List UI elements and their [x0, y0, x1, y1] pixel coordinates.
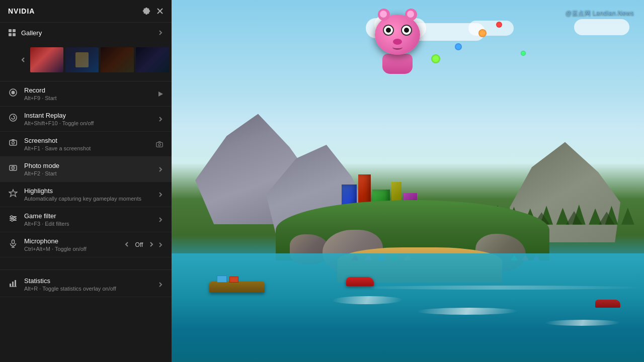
microphone-shortcut: Ctrl+Alt+M · Toggle on/off: [24, 246, 87, 252]
svg-marker-51: [589, 208, 602, 224]
sky-item-5: [521, 51, 526, 56]
water-highlight: [351, 286, 644, 290]
bear-nose: [393, 39, 402, 45]
gallery-label: Gallery: [21, 29, 42, 37]
menu-item-statistics[interactable]: Statistics Alt+R · Toggle statistics ove…: [0, 272, 172, 297]
svg-rect-13: [12, 139, 15, 141]
screenshot-icon: [8, 138, 18, 148]
microphone-increase-button[interactable]: [149, 241, 153, 248]
settings-icon[interactable]: [142, 7, 150, 15]
gallery-header[interactable]: Gallery: [0, 23, 172, 43]
menu-item-screenshot[interactable]: Screenshot Alt+F1 · Save a screenshot: [0, 132, 172, 157]
instant-replay-shortcut: Alt+Shift+F10 · Toggle on/off: [24, 120, 94, 126]
statistics-text: Statistics Alt+R · Toggle statistics ove…: [24, 277, 116, 292]
gallery-header-left: Gallery: [8, 29, 42, 37]
game-filter-shortcut: Alt+F3 · Edit filters: [24, 221, 69, 227]
record-text: Record Alt+F9 · Start: [24, 86, 57, 101]
svg-marker-10: [13, 116, 15, 117]
svg-point-18: [13, 167, 14, 168]
svg-rect-30: [12, 282, 14, 287]
photo-mode-name: Photo mode: [24, 162, 59, 169]
photo-mode-shortcut: Alt+F2 · Start: [24, 170, 59, 176]
highlights-left: Highlights Automatically capturing key g…: [8, 187, 141, 202]
bear-character: [370, 15, 425, 75]
svg-rect-3: [13, 29, 16, 32]
bear-head: [375, 15, 420, 55]
statistics-shortcut: Alt+R · Toggle statistics overlay on/off: [24, 286, 116, 292]
photo-mode-icon: [8, 163, 18, 173]
game-filter-left: Game filter Alt+F3 · Edit filters: [8, 212, 69, 227]
bear-ear-left: [378, 9, 390, 21]
statistics-chevron-icon: [157, 282, 164, 288]
photo-mode-left: Photo mode Alt+F2 · Start: [8, 162, 59, 176]
game-filter-chevron-icon: [157, 217, 164, 223]
svg-rect-5: [13, 33, 16, 36]
instant-replay-icon: [8, 113, 18, 123]
game-filter-icon: [8, 213, 18, 223]
bear-eye-left: [383, 25, 394, 36]
svg-point-7: [12, 91, 15, 95]
speedboat-1: [346, 277, 374, 286]
menu-item-record[interactable]: Record Alt+F9 · Start: [0, 81, 172, 107]
instant-replay-right: [157, 116, 164, 122]
thumbnail-1[interactable]: [30, 47, 63, 72]
gallery-thumbnails: [0, 43, 172, 81]
record-left: Record Alt+F9 · Start: [8, 86, 57, 101]
watermark: @蓝点网 Landian.News: [566, 9, 634, 18]
svg-point-23: [11, 216, 13, 218]
microphone-icon: [8, 238, 18, 248]
statistics-left: Statistics Alt+R · Toggle statistics ove…: [8, 277, 116, 292]
svg-marker-19: [9, 190, 17, 197]
microphone-decrease-button[interactable]: [125, 241, 129, 248]
gallery-section: Gallery: [0, 23, 172, 81]
svg-marker-49: [556, 208, 569, 225]
record-name: Record: [24, 86, 57, 94]
svg-marker-8: [158, 92, 163, 97]
menu-item-photo-mode[interactable]: Photo mode Alt+F2 · Start: [0, 157, 172, 182]
statistics-icon: [8, 278, 18, 288]
thumbnail-4[interactable]: [136, 47, 169, 72]
instant-replay-name: Instant Replay: [24, 112, 94, 119]
jetski: [595, 300, 620, 308]
bear-eye-right: [401, 25, 412, 36]
menu-item-instant-replay[interactable]: Instant Replay Alt+Shift+F10 · Toggle on…: [0, 107, 172, 132]
thumbnail-3[interactable]: [101, 47, 134, 72]
sidebar: NVIDIA: [0, 0, 172, 362]
record-right: [157, 91, 164, 97]
record-icon: [8, 87, 18, 98]
microphone-chevron-icon: [157, 242, 164, 248]
svg-point-12: [12, 142, 15, 144]
statistics-right: [157, 282, 164, 288]
close-icon[interactable]: [156, 8, 164, 15]
svg-rect-2: [9, 29, 12, 32]
cloud-5: [574, 19, 629, 35]
screenshot-left: Screenshot Alt+F1 · Save a screenshot: [8, 137, 91, 151]
instant-replay-left: Instant Replay Alt+Shift+F10 · Toggle on…: [8, 112, 94, 126]
photo-mode-right: [157, 166, 164, 172]
menu-item-highlights[interactable]: Highlights Automatically capturing key g…: [0, 182, 172, 207]
thumbnail-2[interactable]: [65, 47, 99, 72]
svg-point-24: [14, 218, 16, 220]
menu-item-microphone[interactable]: Microphone Ctrl+Alt+M · Toggle on/off Of…: [0, 232, 172, 257]
sky-item-3: [478, 29, 487, 37]
svg-rect-4: [9, 33, 12, 36]
bear-ear-right: [405, 9, 417, 21]
instant-replay-text: Instant Replay Alt+Shift+F10 · Toggle on…: [24, 112, 94, 126]
highlights-right: [157, 192, 164, 198]
statistics-name: Statistics: [24, 277, 116, 285]
screenshot-shortcut: Alt+F1 · Save a screenshot: [24, 145, 91, 151]
sidebar-header: NVIDIA: [0, 0, 172, 23]
menu-item-game-filter[interactable]: Game filter Alt+F3 · Edit filters: [0, 207, 172, 232]
screenshot-camera-icon: [155, 140, 164, 148]
gear-svg: [142, 7, 150, 15]
cloud-4: [468, 21, 514, 36]
game-filter-text: Game filter Alt+F3 · Edit filters: [24, 212, 69, 227]
close-svg: [156, 8, 164, 15]
highlights-name: Highlights: [24, 187, 141, 195]
screenshot-text: Screenshot Alt+F1 · Save a screenshot: [24, 137, 91, 151]
water-area: [172, 253, 644, 362]
gallery-prev-button[interactable]: [18, 45, 28, 75]
svg-marker-53: [621, 208, 634, 225]
record-play-icon: [157, 91, 164, 97]
photo-mode-text: Photo mode Alt+F2 · Start: [24, 162, 59, 176]
